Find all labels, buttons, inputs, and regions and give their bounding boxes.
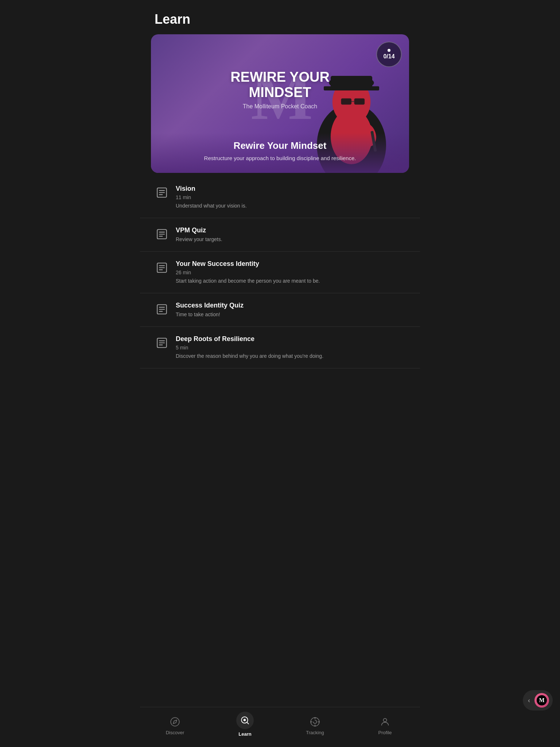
lesson-content: Your New Success Identity 26 min Start t…	[176, 260, 405, 285]
bottom-nav: Discover Learn Tracking	[140, 707, 420, 747]
lesson-content: Vision 11 min Understand what your visio…	[176, 185, 405, 210]
hero-course-subtitle: Restructure your approach to building di…	[162, 154, 398, 162]
lesson-item[interactable]: Vision 11 min Understand what your visio…	[140, 177, 420, 218]
hero-main-title-line1: REWIRE YOUR	[230, 70, 330, 85]
lesson-content: VPM Quiz Review your targets.	[176, 226, 405, 243]
lessons-list: Vision 11 min Understand what your visio…	[140, 173, 420, 405]
svg-line-37	[247, 722, 249, 724]
nav-item-learn[interactable]: Learn	[210, 712, 280, 740]
lesson-icon	[155, 185, 169, 200]
lesson-item[interactable]: Deep Roots of Resilience 5 min Discover …	[140, 327, 420, 368]
hero-coach-label: The Molliteum Pocket Coach	[230, 103, 330, 110]
lesson-item[interactable]: Your New Success Identity 26 min Start t…	[140, 252, 420, 293]
svg-point-38	[244, 719, 246, 721]
nav-label-profile: Profile	[378, 730, 392, 735]
svg-rect-8	[354, 98, 365, 105]
svg-rect-6	[324, 86, 379, 90]
hero-banner[interactable]: M	[151, 34, 409, 173]
svg-point-44	[383, 719, 386, 722]
lesson-description: Start taking action and become the perso…	[176, 278, 405, 285]
page-header: Learn	[140, 0, 420, 34]
lesson-description: Discover the reason behind why you are d…	[176, 353, 405, 360]
lesson-icon	[155, 227, 169, 241]
lesson-title: Deep Roots of Resilience	[176, 335, 405, 343]
hero-text-container: Rewire Your Mindset Restructure your app…	[151, 133, 409, 173]
hero-center-text: REWIRE YOUR MINDSET The Molliteum Pocket…	[230, 70, 330, 110]
lesson-duration: 26 min	[176, 270, 405, 275]
page-title: Learn	[155, 12, 405, 27]
lesson-title: VPM Quiz	[176, 226, 405, 235]
lesson-item[interactable]: VPM Quiz Review your targets.	[140, 218, 420, 252]
lesson-duration: 5 min	[176, 345, 405, 351]
lesson-icon	[155, 260, 169, 275]
progress-badge: 0/14	[376, 42, 402, 67]
svg-marker-35	[173, 720, 177, 724]
nav-label-learn: Learn	[238, 731, 251, 737]
lesson-icon	[155, 302, 169, 317]
nav-item-discover[interactable]: Discover	[140, 713, 210, 738]
lesson-title: Your New Success Identity	[176, 260, 405, 268]
progress-dot	[388, 49, 390, 52]
svg-rect-7	[341, 98, 352, 105]
lesson-icon	[155, 336, 169, 350]
lesson-description: Review your targets.	[176, 236, 405, 243]
nav-item-tracking[interactable]: Tracking	[280, 713, 350, 738]
discover-icon	[169, 716, 181, 728]
lesson-title: Vision	[176, 185, 405, 193]
nav-label-discover: Discover	[166, 730, 184, 735]
lesson-description: Time to take action!	[176, 311, 405, 318]
lesson-duration: 11 min	[176, 194, 405, 200]
lesson-content: Deep Roots of Resilience 5 min Discover …	[176, 335, 405, 360]
lesson-title: Success Identity Quiz	[176, 301, 405, 310]
profile-icon	[379, 716, 391, 728]
lesson-content: Success Identity Quiz Time to take actio…	[176, 301, 405, 318]
nav-label-tracking: Tracking	[306, 730, 324, 735]
progress-text: 0/14	[383, 53, 394, 60]
learn-icon	[236, 712, 254, 729]
lesson-description: Understand what your vision is.	[176, 202, 405, 210]
nav-item-profile[interactable]: Profile	[350, 713, 420, 738]
tracking-icon	[309, 716, 321, 728]
hero-main-title-line2: MINDSET	[230, 85, 330, 100]
svg-point-34	[171, 717, 179, 726]
hero-course-title: Rewire Your Mindset	[162, 140, 398, 151]
lesson-item[interactable]: Success Identity Quiz Time to take actio…	[140, 293, 420, 327]
